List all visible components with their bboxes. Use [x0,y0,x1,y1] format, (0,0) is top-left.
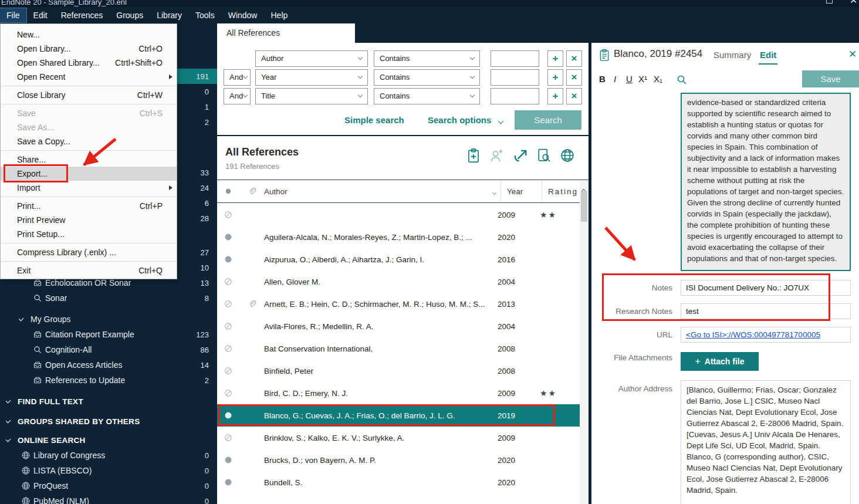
search-in-reference-icon[interactable] [677,75,687,85]
sidebar-item-library-of-congress[interactable]: Library of Congress0 [0,448,217,463]
url-link[interactable]: <Go to ISI>://WOS:000497781700005 [686,330,820,339]
search-op-select-2[interactable]: Contains [374,69,480,86]
menu-item-save-as[interactable]: Save As... [1,120,177,134]
list-scrollbar[interactable] [580,181,589,504]
sidebar-item-sonar[interactable]: Sonar8 [0,290,217,306]
close-icon[interactable]: ✕ [850,0,857,6]
reference-row[interactable]: Binfield, Peter2008 [217,360,580,382]
reference-row[interactable]: Arnett, E. B.; Hein, C. D.; Schirmacher,… [217,293,580,315]
reference-row[interactable]: Avila-Flores, R.; Medellin, R. A.2004 [217,315,580,337]
menubar-item-edit[interactable]: Edit [27,8,54,22]
menubar-item-window[interactable]: Window [222,8,264,22]
menubar-item-library[interactable]: Library [150,8,188,22]
paperclip-column-icon[interactable] [239,186,264,197]
underline-button[interactable]: U [626,74,633,84]
menubar-item-file[interactable]: File [0,8,26,22]
reference-row[interactable]: Blanco, G.; Cuevas, J. A.; Frias, O.; de… [217,404,580,427]
bold-button[interactable]: B [599,74,606,84]
reference-row[interactable]: Bird, C. D.; Emery, N. J.2009★★ [217,382,580,404]
close-panel-icon[interactable]: ✕ [848,48,857,60]
italic-button[interactable]: I [614,74,616,84]
search-bool-select-2[interactable]: And [224,69,251,86]
menu-item-open-shared-library[interactable]: Open Shared Library...Ctrtl+Shift+O [1,56,177,70]
tab-summary[interactable]: Summary [713,50,751,60]
add-contact-icon[interactable] [489,147,505,164]
chevron-down-icon[interactable] [6,398,11,404]
menu-item-share[interactable]: Share... [1,153,177,167]
notes-field[interactable]: ISI Document Delivery No.: JO7UX [681,280,851,296]
sidebar-item-find-full-text[interactable]: FIND FULL TEXT [0,394,217,409]
sidebar-item-proquest[interactable]: ProQuest0 [0,478,217,493]
column-header-author[interactable]: Author [264,187,500,196]
sidebar-item-online-search[interactable]: ONLINE SEARCH [0,432,217,448]
sidebar-item-pubmed-nlm[interactable]: PubMed (NLM)0 [0,493,217,504]
menubar-item-references[interactable]: References [55,8,110,22]
menu-item-print[interactable]: Print...Ctrl+P [1,199,177,213]
search-field-select-3[interactable]: Title [255,88,368,104]
reference-row[interactable]: Allen, Glover M.2004 [217,270,580,293]
menu-item-open-library[interactable]: Open Library...Ctrl+O [1,42,177,56]
menu-item-save-a-copy[interactable]: Save a Copy... [1,134,177,148]
reference-row[interactable]: Bundell, S.2020 [217,471,580,493]
sidebar-item-cognition-all[interactable]: Cognition-All86 [0,342,217,357]
menu-item-export[interactable]: Export... [1,167,177,181]
online-search-globe-icon[interactable] [559,147,576,164]
search-op-select-3[interactable]: Contains [374,88,480,104]
research-notes-field[interactable]: test [681,303,851,319]
maximize-icon[interactable] [826,0,833,4]
search-field-select-1[interactable]: Author [255,50,368,67]
menubar-item-groups[interactable]: Groups [110,8,150,22]
search-value-input-1[interactable] [491,50,539,67]
search-options-link[interactable]: Search options [428,115,503,125]
read-status-column-icon[interactable] [217,187,239,196]
chevron-down-icon[interactable] [6,418,11,424]
superscript-button[interactable]: X¹ [638,74,647,84]
find-fulltext-icon[interactable] [536,147,552,164]
scrollbar-thumb[interactable] [581,191,587,222]
sidebar-item-citation-report-example[interactable]: Citation Report Example123 [0,327,217,342]
menu-item-save[interactable]: SaveCtrl+S [1,106,177,120]
menu-item-new[interactable]: New... [1,28,177,42]
menu-item-close-library[interactable]: Close LibraryCtrl+W [1,88,177,102]
search-value-input-2[interactable] [491,69,539,86]
menubar-item-help[interactable]: Help [264,8,294,22]
menubar-item-tools[interactable]: Tools [189,8,221,22]
author-address-field[interactable]: [Blanco, Guillermo; Frias, Oscar; Gonzal… [681,380,851,504]
reference-row[interactable]: 2009★★ [217,204,580,226]
add-search-row-button-3[interactable]: + [547,88,563,104]
sidebar-item-groups-shared-by-others[interactable]: GROUPS SHARED BY OTHERS [0,414,217,429]
search-value-input-3[interactable] [491,88,539,104]
chevron-down-icon[interactable] [6,437,11,442]
reference-row[interactable]: Aguilera-Alcala, N.; Morales-Reyes, Z.; … [217,226,580,248]
share-icon[interactable] [512,147,529,164]
add-search-row-button-1[interactable]: + [547,50,563,67]
menu-item-open-recent[interactable]: Open Recent [1,70,177,84]
reference-row[interactable]: Bat Conservation International,2008 [217,337,580,360]
reference-row[interactable]: Aizpurua, O.; Alberdi, A.; Aihartza, J.;… [217,248,580,270]
add-reference-icon[interactable] [465,147,482,164]
menu-item-import[interactable]: Import [1,181,177,195]
remove-search-row-button-3[interactable]: × [566,88,582,104]
search-field-select-2[interactable]: Year [255,69,368,86]
menu-item-print-setup[interactable]: Print Setup... [1,227,177,241]
sidebar-item-my-groups[interactable]: My Groups [0,312,217,327]
remove-search-row-button-1[interactable]: × [566,50,582,67]
chevron-down-icon[interactable] [19,316,23,322]
reference-row[interactable]: Brinklov, S.; Kalko, E. K. V.; Surlykke,… [217,427,580,449]
column-header-year[interactable]: Year [500,180,542,202]
menu-item-compress-library-enlx[interactable]: Compress Library (.enlx) ... [1,245,177,259]
url-field[interactable]: <Go to ISI>://WOS:000497781700005 [681,327,851,343]
remove-search-row-button-2[interactable]: × [566,69,582,86]
tab-edit[interactable]: Edit [760,50,776,60]
add-search-row-button-2[interactable]: + [547,69,563,86]
attach-file-button[interactable]: +Attach file [681,352,759,371]
menu-item-print-preview[interactable]: Print Preview [1,213,177,227]
sort-chevron-icon[interactable] [493,187,496,196]
reference-row[interactable]: Brucks, D.; von Bayern, A. M. P.2020 [217,449,580,471]
sidebar-item-open-access-articles[interactable]: Open Access Articles14 [0,357,217,373]
search-button[interactable]: Search [515,110,581,130]
tab-all-references[interactable]: All References [217,23,355,43]
sidebar-item-references-to-update[interactable]: References to Update2 [0,373,217,388]
search-op-select-1[interactable]: Contains [374,50,480,67]
menu-item-exit[interactable]: ExitCtrl+Q [1,263,177,278]
